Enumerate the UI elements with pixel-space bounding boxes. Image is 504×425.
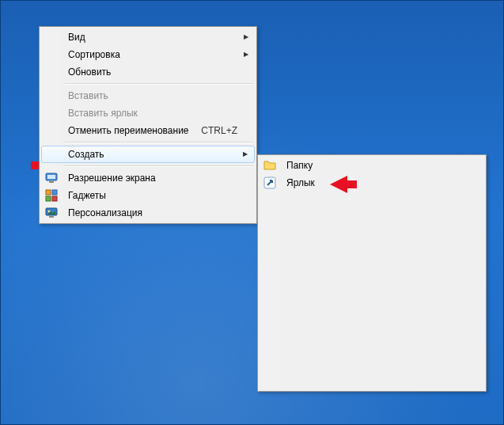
menu-item-label: Вставить	[68, 90, 108, 101]
folder-icon	[263, 159, 276, 172]
menu-item-label: Создать	[68, 149, 104, 160]
menu-item-gadgets[interactable]: Гаджеты	[41, 187, 255, 204]
menu-separator	[65, 83, 253, 85]
menu-item-label: Вид	[68, 32, 85, 43]
menu-item-label: Вставить ярлык	[68, 108, 138, 119]
menu-item-sort[interactable]: Сортировка	[41, 46, 255, 63]
svg-rect-4	[52, 190, 57, 195]
menu-item-paste: Вставить	[41, 87, 255, 104]
desktop-context-menu: Вид Сортировка Обновить Вставить Вставит…	[39, 26, 257, 224]
menu-item-label: Папку	[286, 160, 313, 171]
menu-icon-gutter	[260, 157, 280, 389]
shortcut-icon	[263, 176, 276, 189]
personalize-icon	[45, 207, 58, 219]
menu-item-paste-shortcut: Вставить ярлык	[41, 104, 255, 122]
menu-item-create[interactable]: Создать	[41, 146, 255, 163]
gadgets-icon	[45, 189, 58, 202]
menu-item-undo-rename[interactable]: Отменить переименование CTRL+Z	[41, 122, 255, 139]
monitor-icon	[45, 172, 58, 184]
menu-item-label: Ярлык	[286, 177, 315, 188]
create-submenu: Папку Ярлык	[257, 154, 487, 392]
pointer-arrow-shortcut	[330, 176, 347, 193]
menu-item-shortcut: CTRL+Z	[201, 122, 237, 139]
svg-rect-8	[49, 216, 54, 218]
menu-item-refresh[interactable]: Обновить	[41, 63, 255, 81]
menu-item-view[interactable]: Вид	[41, 28, 255, 46]
svg-rect-2	[49, 181, 54, 183]
menu-item-label: Обновить	[68, 66, 111, 78]
menu-item-label: Персонализация	[68, 207, 142, 218]
svg-rect-3	[46, 190, 51, 195]
svg-rect-1	[47, 175, 55, 179]
menu-item-label: Сортировка	[68, 49, 120, 60]
menu-separator	[65, 142, 253, 143]
svg-rect-6	[52, 196, 57, 201]
menu-item-label: Отменить переименование	[68, 125, 189, 136]
menu-item-label: Гаджеты	[68, 190, 106, 201]
svg-rect-5	[46, 196, 51, 201]
submenu-item-folder[interactable]: Папку	[260, 157, 484, 174]
menu-separator	[65, 165, 253, 167]
menu-item-personalize[interactable]: Персонализация	[41, 204, 255, 222]
menu-item-screen-resolution[interactable]: Разрешение экрана	[41, 169, 255, 187]
menu-item-label: Разрешение экрана	[68, 173, 156, 184]
submenu-item-shortcut[interactable]: Ярлык	[260, 174, 484, 192]
